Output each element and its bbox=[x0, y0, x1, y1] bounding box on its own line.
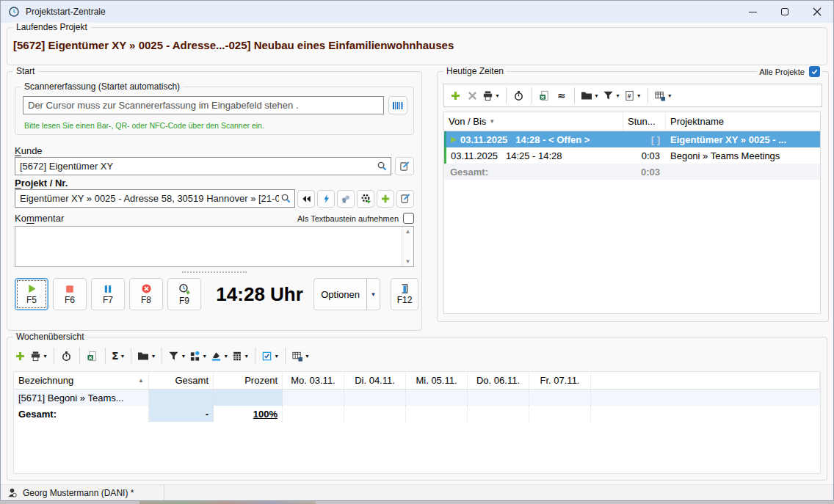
exit-button-f12[interactable]: F12 bbox=[391, 278, 418, 310]
timer-button[interactable] bbox=[60, 348, 73, 364]
column-header-spacer bbox=[591, 372, 820, 389]
column-header-prozent[interactable]: Prozent bbox=[214, 372, 283, 389]
stop-icon bbox=[65, 284, 75, 294]
projekt-row bbox=[15, 189, 414, 208]
column-header-day[interactable]: Mi. 05.11. bbox=[406, 372, 468, 389]
approx-button[interactable]: ≈ bbox=[555, 87, 568, 103]
stop-button-f6[interactable]: F6 bbox=[53, 278, 87, 310]
folder-button[interactable]: ▼ bbox=[581, 90, 599, 101]
start-group: Start Scannererfassung (Startet automati… bbox=[7, 71, 422, 331]
page-number-icon: # bbox=[624, 90, 635, 101]
resize-grip[interactable] bbox=[182, 271, 247, 273]
print-button[interactable]: ▼ bbox=[30, 351, 48, 362]
search-icon[interactable] bbox=[377, 161, 388, 172]
start-controls: F5 F6 F7 F8 F9 14:28 Uhr Optionen ▼ bbox=[15, 277, 418, 311]
wochenuebersicht-toolbar: ▼ Σ▼ ▼ ▼ ▼ ▼ bbox=[13, 345, 310, 367]
column-header-projektname[interactable]: Projektname bbox=[666, 112, 820, 131]
chevron-down-icon: ▼ bbox=[223, 354, 228, 359]
done-marker bbox=[444, 147, 446, 164]
maximize-icon bbox=[781, 8, 788, 15]
hands-button[interactable] bbox=[337, 190, 355, 208]
alle-projekte-checkbox[interactable] bbox=[809, 66, 820, 77]
toolbar-separator bbox=[79, 348, 80, 364]
start-button-f5[interactable]: F5 bbox=[15, 278, 48, 310]
stopwatch-icon bbox=[513, 90, 524, 101]
chevron-down-icon: ▼ bbox=[151, 354, 156, 359]
add-project-button[interactable] bbox=[377, 190, 394, 208]
column-header-gesamt[interactable]: Gesamt bbox=[149, 372, 214, 389]
search-icon[interactable] bbox=[280, 193, 291, 204]
close-button[interactable] bbox=[801, 1, 833, 23]
filter-button[interactable]: ▼ bbox=[603, 90, 620, 101]
kommentar-header: Kommentar Als Textbaustein aufnehmen bbox=[15, 213, 414, 224]
previous-project-button[interactable] bbox=[297, 190, 315, 208]
kommentar-textarea[interactable] bbox=[15, 227, 402, 266]
print-button[interactable]: ▼ bbox=[482, 90, 500, 101]
folder-button[interactable]: ▼ bbox=[137, 351, 156, 361]
page-number-button[interactable]: # ▼ bbox=[624, 90, 642, 101]
filter-button[interactable]: ▼ bbox=[168, 351, 186, 361]
table-row[interactable]: 03.11.2025 14:25 - 14:28 0:03 Begoni » T… bbox=[444, 147, 820, 164]
kunde-input[interactable] bbox=[18, 161, 377, 172]
toolbar-separator bbox=[285, 348, 286, 364]
user-icon bbox=[7, 487, 18, 498]
timer-button[interactable] bbox=[512, 87, 526, 103]
gear-refresh-button[interactable] bbox=[357, 190, 374, 208]
add-button[interactable] bbox=[13, 348, 26, 364]
table-row[interactable]: 03.11.2025 14:28 - < Offen > [ ] Eigentü… bbox=[444, 131, 820, 147]
table-layout-button[interactable]: ▼ bbox=[291, 351, 310, 362]
projekt-edit-button[interactable] bbox=[396, 190, 414, 208]
scanner-input[interactable] bbox=[26, 100, 380, 111]
scroll-up-icon[interactable]: ▲ bbox=[405, 228, 411, 235]
checklist-button[interactable]: ▼ bbox=[261, 351, 279, 362]
edit-icon bbox=[399, 161, 410, 172]
chevron-down-icon: ▼ bbox=[120, 354, 126, 359]
scroll-down-icon[interactable]: ▼ bbox=[405, 258, 411, 265]
table-layout-button[interactable]: ▼ bbox=[654, 90, 672, 101]
layout-squares-icon bbox=[189, 351, 200, 362]
optionen-button[interactable]: Optionen ▼ bbox=[313, 278, 380, 310]
minimize-icon bbox=[749, 12, 757, 12]
quick-start-button[interactable] bbox=[317, 190, 335, 208]
f6-label: F6 bbox=[65, 295, 75, 305]
projekt-input[interactable] bbox=[18, 193, 280, 204]
excel-export-button[interactable] bbox=[538, 87, 551, 103]
column-header-stunden[interactable]: Stun... bbox=[623, 112, 666, 131]
play-icon bbox=[449, 136, 457, 144]
textbaustein-checkbox[interactable] bbox=[403, 213, 414, 224]
cancel-button-f8[interactable]: F8 bbox=[129, 278, 163, 310]
sum-button[interactable]: Σ▼ bbox=[112, 351, 126, 361]
f12-label: F12 bbox=[397, 295, 413, 305]
add-button[interactable] bbox=[449, 87, 462, 103]
excel-export-button[interactable] bbox=[86, 348, 99, 364]
barcode-button[interactable] bbox=[388, 96, 407, 114]
column-header-day[interactable]: Fr. 07.11. bbox=[529, 372, 591, 389]
add-time-button-f9[interactable]: F9 bbox=[167, 278, 201, 310]
f9-label: F9 bbox=[179, 296, 189, 306]
plus-icon bbox=[380, 194, 391, 204]
chevron-down-icon: ▼ bbox=[181, 354, 186, 359]
kommentar-scrollbar[interactable]: ▲ ▼ bbox=[402, 227, 413, 266]
layout-squares-button[interactable]: ▼ bbox=[189, 351, 207, 362]
column-header-day[interactable]: Di. 04.11. bbox=[344, 372, 406, 389]
edit-icon bbox=[400, 193, 411, 204]
optionen-dropdown[interactable]: ▼ bbox=[366, 279, 380, 310]
table-grid-button[interactable]: ▼ bbox=[232, 351, 249, 362]
table-row[interactable]: [5671] Begoni » Teams... bbox=[14, 390, 820, 406]
pause-button-f7[interactable]: F7 bbox=[91, 278, 125, 310]
minimize-button[interactable] bbox=[736, 1, 769, 23]
column-header-von-bis[interactable]: Von / Bis▼ bbox=[444, 112, 623, 131]
svg-text:#: # bbox=[628, 92, 631, 99]
maximize-button[interactable] bbox=[769, 1, 801, 23]
filter-icon bbox=[168, 351, 179, 361]
delete-button[interactable] bbox=[465, 87, 479, 103]
stopwatch-icon bbox=[61, 351, 72, 362]
column-header-bezeichnung[interactable]: Bezeichnung▲ bbox=[14, 372, 149, 389]
kunde-edit-button[interactable] bbox=[395, 157, 414, 175]
toolbar-separator bbox=[131, 348, 131, 364]
table-footer-row: Gesamt: - 100% bbox=[14, 406, 820, 422]
column-header-day[interactable]: Do. 06.11. bbox=[468, 372, 529, 389]
kommentar-label: Kommentar bbox=[15, 213, 64, 224]
fill-color-button[interactable]: ▼ bbox=[211, 351, 228, 362]
column-header-day[interactable]: Mo. 03.11. bbox=[283, 372, 344, 389]
